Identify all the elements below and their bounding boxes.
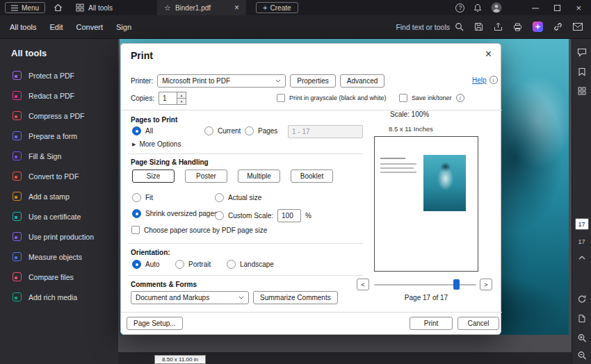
preview-page-label: Page 17 of 17	[374, 294, 478, 301]
radio-fit[interactable]: Fit	[132, 193, 153, 202]
page-setup-button[interactable]: Page Setup...	[127, 317, 183, 330]
save-ink-info-icon[interactable]: i	[456, 94, 464, 102]
pages-radio[interactable]	[245, 126, 254, 135]
grayscale-checkbox[interactable]	[277, 94, 285, 102]
shrink-radio[interactable]	[132, 209, 141, 218]
menu-item-edit[interactable]: Edit	[50, 23, 63, 31]
radio-landscape[interactable]: Landscape	[227, 260, 274, 269]
sizing-button-poster[interactable]: Poster	[185, 169, 227, 183]
zoom-out-icon[interactable]	[577, 351, 586, 360]
print-button[interactable]: Print	[410, 317, 453, 330]
preview-prev-button[interactable]: <	[357, 279, 369, 290]
save-ink-checkbox[interactable]	[399, 94, 407, 102]
properties-button[interactable]: Properties	[290, 74, 336, 88]
ai-assistant-icon[interactable]	[533, 22, 543, 32]
sizing-buttons: SizePosterMultipleBooklet	[132, 169, 333, 183]
sidebar-item-redact-a-pdf[interactable]: Redact a PDF	[0, 85, 118, 106]
fit-radio[interactable]	[132, 193, 141, 202]
all-radio[interactable]	[132, 126, 141, 135]
portrait-radio[interactable]	[175, 260, 184, 269]
radio-shrink[interactable]: Shrink oversized pages	[132, 209, 218, 218]
create-button[interactable]: + Create	[256, 2, 298, 13]
find-tools-button[interactable]: Find text or tools	[396, 22, 464, 31]
copies-input[interactable]	[159, 92, 177, 105]
printer-label: Printer:	[131, 77, 153, 85]
more-options-toggle[interactable]: ▶ More Options	[132, 140, 181, 148]
help-link[interactable]: Help	[472, 76, 487, 84]
grid-icon	[76, 3, 84, 12]
radio-current[interactable]: Current	[204, 126, 241, 135]
sidebar-item-add-rich-media[interactable]: Add rich media	[0, 287, 118, 307]
refresh-icon[interactable]	[577, 295, 586, 304]
maximize-icon[interactable]	[554, 5, 560, 11]
comment-icon[interactable]	[577, 48, 587, 57]
save-icon[interactable]	[474, 22, 483, 31]
auto-radio[interactable]	[132, 260, 141, 269]
sidebar-item-compare-files[interactable]: Compare files	[0, 267, 118, 287]
window-close-icon[interactable]: ×	[576, 3, 581, 13]
sidebar-item-use-print-production[interactable]: Use print production	[0, 226, 118, 247]
divider	[121, 110, 502, 110]
notifications-bell-icon[interactable]	[473, 3, 482, 13]
sizing-button-multiple[interactable]: Multiple	[238, 169, 280, 183]
comments-forms-dropdown[interactable]: Document and Markups	[131, 291, 249, 304]
sizing-button-size[interactable]: Size	[132, 169, 175, 183]
radio-portrait[interactable]: Portrait	[175, 260, 211, 269]
help-icon[interactable]: ?	[455, 3, 464, 13]
tab-all-tools[interactable]: All tools	[69, 0, 120, 15]
share-icon[interactable]	[494, 22, 503, 31]
sidebar-item-protect-a-pdf[interactable]: Protect a PDF	[0, 65, 118, 85]
close-tab-icon[interactable]: ×	[234, 3, 239, 13]
preview-page-slider[interactable]	[374, 284, 476, 286]
dialog-close-icon[interactable]: ×	[485, 48, 492, 60]
actual-size-radio[interactable]	[215, 193, 224, 202]
sidebar-item-convert-to-pdf[interactable]: Convert to PDF	[0, 166, 118, 186]
sidebar-item-measure-objects[interactable]: Measure objects	[0, 247, 118, 267]
info-icon[interactable]: i	[489, 76, 498, 84]
menu-item-all-tools[interactable]: All tools	[10, 23, 37, 31]
menu-item-convert[interactable]: Convert	[76, 23, 104, 31]
advanced-button[interactable]: Advanced	[340, 74, 384, 88]
bookmark-icon[interactable]	[578, 67, 585, 76]
radio-custom-scale[interactable]: Custom Scale: %	[215, 209, 311, 222]
print-icon[interactable]	[513, 23, 522, 31]
link-icon[interactable]	[553, 22, 562, 31]
tab-document[interactable]: ☆ Binder1.pdf ×	[157, 0, 246, 15]
landscape-radio[interactable]	[227, 260, 236, 269]
chevron-up-icon[interactable]	[578, 256, 585, 260]
shield-icon	[13, 71, 22, 80]
current-page-indicator[interactable]: 17	[575, 218, 589, 230]
preview-scale-label: Scale: 100%	[390, 110, 429, 118]
custom-scale-radio[interactable]	[215, 211, 224, 220]
menu-button[interactable]: Menu	[5, 2, 45, 13]
spinner-up-icon[interactable]: ▴	[177, 92, 186, 98]
custom-scale-input[interactable]	[277, 209, 301, 222]
menu-item-sign[interactable]: Sign	[116, 23, 131, 31]
sizing-button-booklet[interactable]: Booklet	[291, 169, 333, 183]
radio-auto[interactable]: Auto	[132, 260, 160, 269]
summarize-comments-button[interactable]: Summarize Comments	[253, 291, 338, 304]
cancel-button[interactable]: Cancel	[458, 317, 499, 330]
radio-actual-size[interactable]: Actual size	[215, 193, 261, 202]
thumbnails-icon[interactable]	[578, 87, 586, 95]
home-icon[interactable]	[51, 1, 65, 15]
preview-slider-handle[interactable]	[453, 279, 460, 290]
page-view-icon[interactable]	[578, 314, 585, 323]
sidebar-item-add-a-stamp[interactable]: Add a stamp	[0, 186, 118, 206]
paper-source-checkbox[interactable]	[131, 226, 140, 234]
paper-source-row[interactable]: Choose paper source by PDF page size	[131, 226, 267, 234]
current-radio[interactable]	[204, 126, 213, 135]
user-avatar[interactable]	[491, 2, 502, 13]
radio-pages[interactable]: Pages	[245, 126, 277, 135]
sidebar-item-compress-a-pdf[interactable]: Compress a PDF	[0, 106, 118, 126]
zoom-in-icon[interactable]	[577, 333, 586, 342]
sidebar-item-fill-sign[interactable]: Fill & Sign	[0, 146, 118, 166]
printer-dropdown[interactable]: Microsoft Print to PDF	[157, 74, 286, 88]
spinner-down-icon[interactable]: ▾	[177, 98, 186, 105]
sidebar-item-use-a-certificate[interactable]: Use a certificate	[0, 206, 118, 226]
preview-next-button[interactable]: >	[480, 279, 492, 290]
sidebar-item-prepare-a-form[interactable]: Prepare a form	[0, 126, 118, 146]
mail-icon[interactable]	[573, 23, 583, 31]
minimize-icon[interactable]	[532, 4, 539, 11]
radio-all[interactable]: All	[132, 126, 153, 135]
